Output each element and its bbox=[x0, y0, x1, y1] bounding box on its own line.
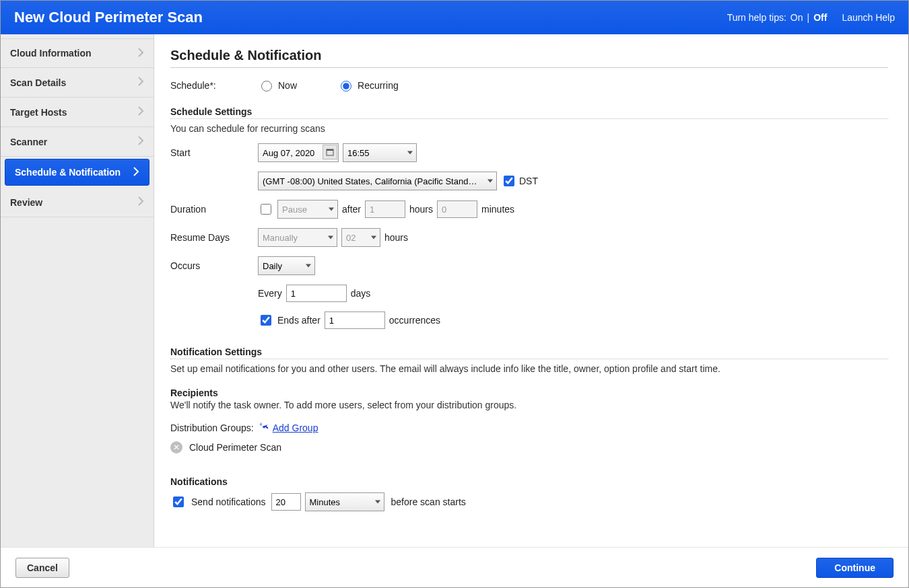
add-arrow-icon: + bbox=[262, 422, 270, 433]
add-group-link[interactable]: Add Group bbox=[273, 422, 318, 433]
resume-label: Resume Days bbox=[170, 232, 258, 243]
ends-after-label: Ends after bbox=[277, 315, 321, 326]
sidebar-item-scan-details[interactable]: Scan Details bbox=[1, 68, 154, 98]
recipients-title: Recipients bbox=[170, 388, 888, 398]
ends-after-checkbox[interactable] bbox=[261, 315, 271, 326]
sidebar-item-cloud-information[interactable]: Cloud Information bbox=[1, 38, 154, 68]
ends-after-input[interactable] bbox=[325, 311, 385, 329]
help-off-toggle[interactable]: Off bbox=[813, 12, 827, 23]
occurs-label: Occurs bbox=[170, 260, 258, 271]
duration-label: Duration bbox=[170, 204, 258, 215]
sidebar-item-label: Cloud Information bbox=[10, 48, 92, 59]
schedule-now-radio[interactable]: Now bbox=[258, 79, 297, 91]
send-notifications-checkbox[interactable] bbox=[173, 497, 184, 507]
notification-settings-title: Notification Settings bbox=[170, 346, 888, 357]
days-label: days bbox=[351, 288, 371, 299]
header-bar: New Cloud Perimeter Scan Turn help tips:… bbox=[1, 1, 908, 34]
remove-group-icon[interactable]: ✕ bbox=[170, 441, 182, 453]
distribution-group-name: Cloud Perimeter Scan bbox=[189, 442, 281, 453]
launch-help-link[interactable]: Launch Help bbox=[842, 12, 895, 23]
dst-checkbox[interactable] bbox=[504, 176, 514, 186]
calendar-icon[interactable] bbox=[323, 145, 337, 159]
chevron-right-icon bbox=[137, 106, 144, 118]
section-divider bbox=[170, 118, 888, 119]
dst-label: DST bbox=[519, 176, 538, 186]
schedule-label: Schedule*: bbox=[170, 80, 258, 91]
duration-action-select[interactable] bbox=[277, 200, 338, 219]
resume-mode-select[interactable] bbox=[258, 228, 337, 247]
after-label: after bbox=[342, 204, 361, 215]
send-notifications-unit-select[interactable] bbox=[305, 492, 384, 511]
sidebar-item-review[interactable]: Review bbox=[1, 188, 154, 217]
start-time-select[interactable] bbox=[343, 143, 417, 162]
schedule-now-label: Now bbox=[278, 80, 297, 91]
section-divider-2 bbox=[170, 359, 888, 359]
sidebar-item-label: Target Hosts bbox=[10, 107, 67, 118]
cancel-button[interactable]: Cancel bbox=[15, 558, 69, 578]
sidebar-item-label: Scanner bbox=[10, 137, 47, 147]
before-scan-label: before scan starts bbox=[391, 497, 466, 507]
occurs-select[interactable] bbox=[258, 256, 315, 275]
duration-minutes-input[interactable] bbox=[437, 200, 477, 218]
content-scroll[interactable]: Schedule & Notification Schedule*: Now R… bbox=[154, 34, 908, 547]
chevron-right-icon bbox=[133, 167, 139, 178]
timezone-select[interactable] bbox=[258, 172, 497, 190]
every-label: Every bbox=[258, 288, 282, 299]
schedule-recurring-radio[interactable]: Recurring bbox=[337, 79, 399, 91]
continue-button[interactable]: Continue bbox=[816, 558, 894, 578]
page-title: Schedule & Notification bbox=[170, 48, 888, 63]
distribution-groups-label: Distribution Groups: bbox=[170, 422, 254, 433]
schedule-settings-sub: You can schedule for recurring scans bbox=[170, 123, 888, 134]
help-tips-label: Turn help tips: bbox=[727, 12, 786, 23]
sidebar-item-label: Schedule & Notification bbox=[15, 167, 121, 178]
occurrences-label: occurrences bbox=[389, 315, 440, 326]
schedule-settings-title: Schedule Settings bbox=[170, 106, 888, 117]
sidebar-item-target-hosts[interactable]: Target Hosts bbox=[1, 98, 154, 127]
recipients-sub: We'll notify the task owner. To add more… bbox=[170, 400, 888, 410]
wizard-sidebar: Cloud Information Scan Details Target Ho… bbox=[1, 34, 154, 547]
title-divider bbox=[170, 67, 888, 68]
help-sep: | bbox=[807, 12, 810, 23]
schedule-now-radio-input[interactable] bbox=[261, 81, 272, 91]
sidebar-item-label: Review bbox=[10, 197, 42, 208]
sidebar-item-label: Scan Details bbox=[10, 77, 66, 88]
hours-label: hours bbox=[409, 204, 433, 215]
chevron-right-icon bbox=[137, 48, 144, 59]
notification-settings-sub: Set up email notifications for you and o… bbox=[170, 363, 888, 374]
svg-rect-1 bbox=[327, 149, 333, 151]
footer-bar: Cancel Continue bbox=[1, 547, 908, 587]
sidebar-item-schedule-notification[interactable]: Schedule & Notification bbox=[5, 159, 149, 186]
distribution-group-item: ✕ Cloud Perimeter Scan bbox=[170, 441, 888, 453]
sidebar-item-scanner[interactable]: Scanner bbox=[1, 127, 154, 157]
chevron-right-icon bbox=[137, 196, 144, 208]
send-notifications-label: Send notifications bbox=[191, 497, 266, 507]
send-notifications-value-input[interactable] bbox=[271, 493, 301, 511]
start-label: Start bbox=[170, 147, 258, 158]
minutes-label: minutes bbox=[481, 204, 514, 215]
resume-hours-select[interactable] bbox=[341, 228, 380, 247]
chevron-right-icon bbox=[137, 136, 144, 147]
chevron-right-icon bbox=[137, 77, 144, 88]
window-title: New Cloud Perimeter Scan bbox=[14, 9, 203, 26]
header-right: Turn help tips: On | Off Launch Help bbox=[727, 12, 895, 23]
schedule-recurring-radio-input[interactable] bbox=[341, 81, 351, 91]
notifications-title: Notifications bbox=[170, 476, 888, 487]
schedule-recurring-label: Recurring bbox=[358, 80, 399, 91]
help-on-toggle[interactable]: On bbox=[790, 12, 803, 23]
hours-label-2: hours bbox=[384, 232, 408, 243]
duration-checkbox[interactable] bbox=[261, 204, 271, 215]
every-days-input[interactable] bbox=[286, 285, 347, 302]
duration-hours-input[interactable] bbox=[365, 200, 405, 218]
